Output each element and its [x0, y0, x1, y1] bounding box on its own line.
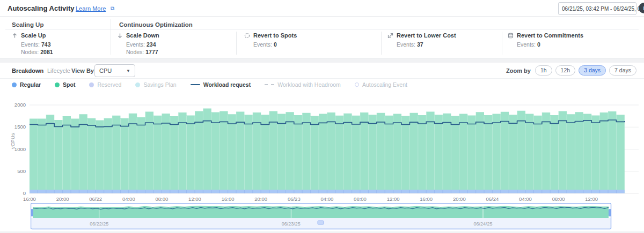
zoom-pill-3days[interactable]: 3 days — [579, 65, 606, 76]
chart-legend: RegularSpotReservedSavings PlanWorkload … — [12, 81, 407, 88]
card-title: Scale Down — [126, 32, 159, 39]
stat-events: Events:234 — [126, 41, 159, 48]
info-icon[interactable]: i — [639, 3, 644, 13]
stats-band: Scaling Up Continuous Optimization Scale… — [0, 17, 644, 58]
legend-item[interactable]: Savings Plan — [135, 81, 176, 88]
legend-label: Workload with Headroom — [277, 81, 341, 88]
legend-label: Spot — [63, 81, 75, 88]
tab-lifecycle[interactable]: Lifecycle — [47, 67, 70, 74]
autoscaling-activity-page: Autoscaling Activity Learn More ⧉ 06/21/… — [0, 0, 644, 233]
spot-icon — [244, 33, 250, 39]
svg-text:20:00: 20:00 — [453, 196, 466, 202]
svg-text:06/24: 06/24 — [486, 196, 499, 202]
svg-text:500: 500 — [17, 168, 26, 174]
card-revert-to-spots: Revert to Spots Events:0 — [244, 32, 297, 48]
stat-events: Events:743 — [21, 41, 53, 48]
legend-label: Workload request — [203, 81, 251, 88]
svg-text:2000: 2000 — [14, 102, 26, 108]
legend-item[interactable]: Workload with Headroom — [265, 81, 341, 88]
page-header: Autoscaling Activity Learn More ⧉ 06/21/… — [0, 0, 644, 17]
brush-handle-right[interactable] — [609, 209, 611, 216]
legend-swatch-icon — [89, 82, 94, 87]
stat-nodes: Nodes:1777 — [126, 49, 159, 55]
svg-text:08:00: 08:00 — [156, 196, 169, 202]
group-title-continuous-optimization: Continuous Optimization — [119, 21, 193, 28]
layers-icon — [508, 33, 514, 39]
divider — [236, 32, 237, 55]
card-title: Revert to Spots — [253, 32, 297, 39]
zoom-pill-1h[interactable]: 1h — [535, 65, 552, 76]
legend-item[interactable]: Autoscaling Event — [355, 81, 407, 88]
divider — [502, 32, 502, 55]
divider — [381, 32, 382, 55]
card-scale-down: Scale Down Events:234 Nodes:1777 — [117, 32, 159, 55]
stat-nodes: Nodes:2081 — [21, 49, 53, 55]
card-revert-to-commitments: Revert to Commitments Events:0 — [508, 32, 583, 48]
svg-text:12:00: 12:00 — [585, 196, 598, 202]
legend-swatch-icon — [135, 82, 140, 87]
card-revert-to-lower-cost: Revert to Lower Cost Events:37 — [387, 32, 456, 48]
card-scale-up: Scale Up Events:743 Nodes:2081 — [12, 32, 53, 55]
svg-text:04:00: 04:00 — [321, 196, 334, 202]
legend-swatch-icon — [55, 82, 60, 87]
stat-events: Events:0 — [253, 41, 297, 48]
legend-label: Regular — [20, 81, 41, 88]
svg-text:06/23: 06/23 — [288, 196, 301, 202]
stat-events: Events:0 — [517, 41, 583, 48]
chevron-down-icon: ▼ — [126, 69, 130, 73]
learn-more-link[interactable]: Learn More — [76, 5, 106, 12]
legend-label: Reserved — [97, 81, 121, 88]
svg-text:16:00: 16:00 — [420, 196, 433, 202]
view-by-select[interactable]: CPU ▼ — [94, 64, 135, 77]
svg-text:06/23/25: 06/23/25 — [282, 221, 301, 227]
legend-item[interactable]: Spot — [55, 81, 75, 88]
svg-text:16:00: 16:00 — [23, 196, 36, 202]
legend-swatch-icon — [265, 84, 274, 85]
svg-text:1500: 1500 — [14, 124, 26, 130]
group-title-scaling-up: Scaling Up — [12, 21, 43, 28]
legend-item[interactable]: Workload request — [191, 81, 251, 88]
external-link-icon: ⧉ — [111, 5, 114, 12]
svg-text:12:00: 12:00 — [387, 196, 400, 202]
divider — [5, 29, 639, 30]
stat-events: Events:37 — [397, 41, 456, 48]
svg-text:08:00: 08:00 — [552, 196, 565, 202]
zoom-pill-12h[interactable]: 12h — [555, 65, 576, 76]
divider — [111, 19, 111, 55]
legend-swatch-icon — [191, 84, 200, 86]
svg-text:08:00: 08:00 — [354, 196, 367, 202]
date-range-value: 06/21/25, 03:42 PM - 06/24/25, 03:42 PM — [562, 6, 644, 12]
svg-text:0: 0 — [23, 190, 26, 196]
legend-item[interactable]: Reserved — [89, 81, 121, 88]
legend-swatch-icon — [355, 82, 359, 87]
svg-text:12:00: 12:00 — [188, 196, 201, 202]
arrow-down-icon — [117, 33, 123, 39]
legend-swatch-icon — [12, 82, 17, 87]
card-title: Scale Up — [21, 32, 46, 39]
view-by-label: View By — [71, 67, 94, 74]
legend-label: Autoscaling Event — [362, 81, 407, 88]
divider — [0, 58, 644, 63]
arrow-up-icon — [12, 33, 18, 39]
svg-text:1000: 1000 — [14, 146, 26, 152]
zoom-by-group: Zoom by 1h 12h 3 days 7 days — [506, 65, 636, 76]
card-title: Revert to Lower Cost — [397, 32, 456, 39]
zoom-by-label: Zoom by — [506, 67, 531, 74]
brush-grip[interactable] — [318, 221, 324, 224]
arrow-diagonal-icon — [387, 33, 393, 39]
svg-text:16:00: 16:00 — [222, 196, 235, 202]
legend-item[interactable]: Regular — [12, 81, 41, 88]
svg-text:06/24/25: 06/24/25 — [474, 221, 493, 227]
brush-handle-left[interactable] — [31, 209, 33, 216]
zoom-pill-7days[interactable]: 7 days — [609, 65, 636, 76]
view-by-value: CPU — [99, 67, 126, 74]
timeline-minimap-brush[interactable]: 06/22/2506/23/2506/24/25 — [31, 203, 612, 231]
date-range-picker[interactable]: 06/21/25, 03:42 PM - 06/24/25, 03:42 PM — [558, 2, 636, 15]
card-title: Revert to Commitments — [517, 32, 583, 39]
svg-text:06/22/25: 06/22/25 — [90, 221, 108, 227]
svg-text:06/22: 06/22 — [89, 196, 102, 202]
tab-breakdown[interactable]: Breakdown — [12, 67, 43, 74]
svg-text:04:00: 04:00 — [122, 196, 135, 202]
chart-controls: Breakdown Lifecycle View By CPU ▼ Zoom b… — [0, 63, 644, 79]
svg-text:20:00: 20:00 — [254, 196, 267, 202]
